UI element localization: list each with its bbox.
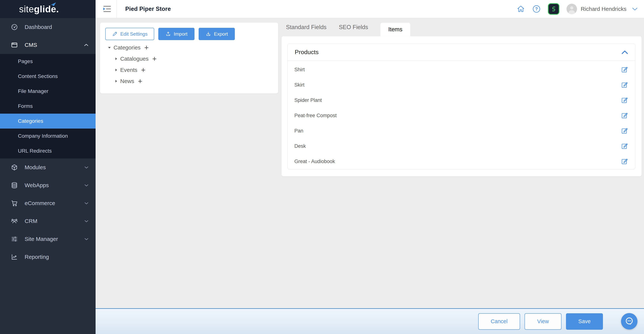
caret-collapsed-icon[interactable] (112, 80, 120, 83)
tab-seo-fields[interactable]: SEO Fields (339, 24, 368, 30)
import-button[interactable]: Import (158, 28, 194, 40)
tab-items[interactable]: Items (380, 23, 410, 36)
sidebar-item-company-information[interactable]: Company Information (0, 129, 96, 143)
collapse-section-icon[interactable] (622, 50, 628, 54)
help-icon[interactable]: ? (532, 5, 541, 13)
submenu-label: File Manager (18, 88, 48, 94)
edit-item-icon[interactable] (621, 142, 628, 150)
sidebar-item-forms[interactable]: Forms (0, 99, 96, 114)
edit-item-icon[interactable] (621, 158, 628, 165)
export-button[interactable]: Export (198, 28, 235, 40)
tree-node-label[interactable]: Events (120, 67, 138, 73)
tree-node-label[interactable]: Catalogues (120, 56, 148, 62)
sidebar-item-label: CRM (25, 218, 37, 224)
users-icon (10, 217, 18, 225)
export-label: Export (214, 31, 228, 37)
sidebar-item-ecommerce[interactable]: eCommerce (0, 194, 96, 212)
logo[interactable]: siteglide. (0, 0, 96, 18)
sidebar-item-categories[interactable]: Categories (0, 114, 96, 129)
cube-icon (10, 163, 18, 171)
user-name: Richard Hendricks (581, 6, 626, 12)
product-row: Pan (288, 123, 635, 138)
sidebar-item-label: WebApps (25, 182, 49, 188)
collapse-sidebar-icon[interactable] (101, 4, 113, 14)
siteglide-badge-icon[interactable] (548, 3, 560, 15)
products-card: Products Shirt Skirt (288, 43, 635, 169)
chevron-down-icon (84, 202, 88, 205)
product-row: Skirt (288, 77, 635, 92)
chart-line-icon (10, 253, 18, 261)
tabs: Standard Fields SEO Fields Items (282, 18, 642, 36)
submenu-label: Categories (18, 118, 43, 124)
product-name: Skirt (294, 82, 304, 88)
edit-item-icon[interactable] (621, 81, 628, 89)
caret-expanded-icon[interactable] (105, 47, 114, 49)
topbar-actions: ? Richard Hendricks (516, 3, 644, 15)
add-category-button[interactable]: + (144, 44, 148, 51)
categories-card: Edit Settings Import Export (100, 22, 278, 93)
tree-node-label[interactable]: Categories (114, 44, 140, 51)
page-title: Pied Piper Store (125, 5, 171, 12)
sidebar-item-label: Dashboard (25, 24, 52, 30)
product-row: Shirt (288, 62, 635, 77)
chevron-down-icon (84, 238, 88, 240)
home-icon[interactable] (516, 5, 525, 13)
view-button[interactable]: View (524, 313, 562, 330)
sidebar-item-label: Modules (25, 164, 46, 171)
products-header[interactable]: Products (288, 44, 635, 61)
products-list: Shirt Skirt Spider Plant (288, 61, 635, 169)
tree-node-label[interactable]: News (120, 78, 134, 84)
sidebar-item-file-manager[interactable]: File Manager (0, 84, 96, 99)
edit-item-icon[interactable] (621, 127, 628, 135)
submenu-label: Company Information (18, 133, 68, 139)
tab-standard-fields[interactable]: Standard Fields (286, 24, 326, 30)
sidebar-item-webapps[interactable]: WebApps (0, 176, 96, 194)
sidebar-item-site-manager[interactable]: Site Manager (0, 230, 96, 248)
add-category-button[interactable]: + (141, 66, 146, 74)
sidebar-item-cms[interactable]: CMS (0, 36, 96, 54)
edit-settings-label: Edit Settings (120, 31, 148, 37)
caret-collapsed-icon[interactable] (112, 68, 120, 71)
pencil-icon (112, 31, 118, 37)
product-name: Spider Plant (294, 97, 322, 103)
chevron-up-icon (84, 44, 88, 46)
avatar (566, 4, 577, 14)
caret-collapsed-icon[interactable] (112, 57, 120, 60)
sidebar-item-url-redirects[interactable]: URL Redirects (0, 143, 96, 158)
logo-dot: . (56, 4, 59, 14)
tree-node-news: News + (105, 76, 278, 87)
chevron-down-icon (632, 7, 638, 11)
sidebar: siteglide. Dashboard CMS (0, 0, 96, 334)
product-row: Great - Audiobook (288, 154, 635, 169)
sidebar-item-label: Site Manager (25, 236, 58, 242)
detail-area: Standard Fields SEO Fields Items Product… (282, 18, 642, 176)
add-category-button[interactable]: + (138, 77, 142, 85)
sidebar-item-reporting[interactable]: Reporting (0, 248, 96, 266)
cancel-button[interactable]: Cancel (478, 313, 520, 330)
tree-node-catalogues: Catalogues + (105, 53, 278, 64)
sidebar-item-modules[interactable]: Modules (0, 158, 96, 176)
sidebar-item-label: Reporting (25, 254, 49, 260)
category-tree: Categories + Catalogues + (105, 42, 278, 87)
svg-text:?: ? (535, 6, 538, 11)
edit-settings-button[interactable]: Edit Settings (105, 28, 154, 40)
save-button[interactable]: Save (566, 313, 603, 330)
chevron-down-icon (84, 166, 88, 169)
edit-item-icon[interactable] (621, 66, 628, 73)
categories-toolbar: Edit Settings Import Export (105, 28, 278, 40)
content-area: Edit Settings Import Export (96, 18, 644, 308)
topbar: Pied Piper Store ? Richard Hendricks (96, 0, 644, 18)
sidebar-item-crm[interactable]: CRM (0, 212, 96, 230)
sidebar-item-dashboard[interactable]: Dashboard (0, 18, 96, 36)
edit-item-icon[interactable] (621, 112, 628, 119)
edit-item-icon[interactable] (621, 96, 628, 104)
paper-plane-icon (50, 2, 56, 8)
sidebar-item-content-sections[interactable]: Content Sections (0, 69, 96, 84)
product-name: Peat-free Compost (294, 113, 337, 118)
product-name: Great - Audiobook (294, 159, 335, 164)
sidebar-item-pages[interactable]: Pages (0, 54, 96, 69)
add-category-button[interactable]: + (152, 55, 156, 62)
chat-widget-button[interactable] (621, 313, 638, 330)
user-menu[interactable]: Richard Hendricks (566, 4, 638, 14)
chevron-down-icon (84, 220, 88, 222)
